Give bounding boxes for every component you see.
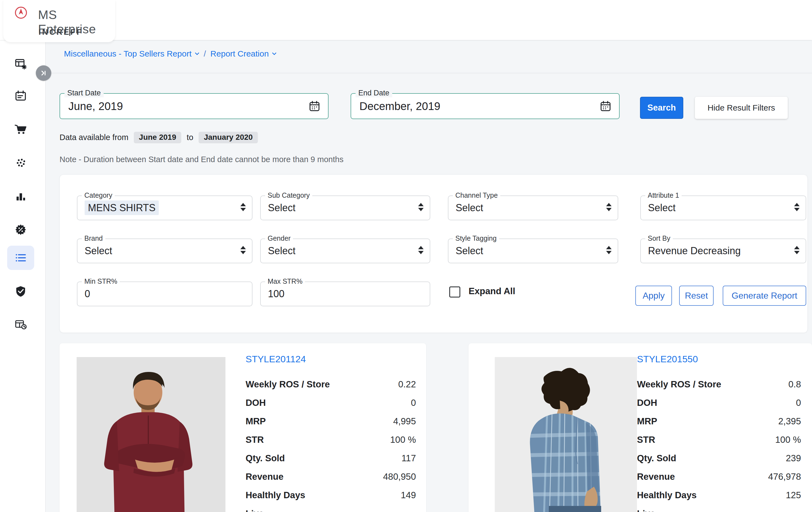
metric-row: STR100 % [245,430,416,449]
metric-row: DOH0 [637,393,801,412]
expand-all-label: Expand All [469,286,515,296]
availability-to-chip: January 2020 [199,132,257,143]
discount-badge-icon [14,223,27,236]
style-id-link[interactable]: STYLE201550 [637,354,698,365]
gender-value: Select [268,239,295,263]
apply-button[interactable]: Apply [635,286,672,306]
metric-row: Weekly ROS / Store0.22 [245,375,416,393]
metric-row: Weekly ROS / Store0.8 [637,375,801,393]
metric-row: MRP2,395 [637,412,801,430]
category-value: MENS SHIRTS [85,200,159,215]
category-select[interactable]: Category MENS SHIRTS [77,196,253,220]
product-image-blue-plaid-shirt [495,357,637,512]
min-str-value: 0 [85,282,90,306]
filter-panel: Category MENS SHIRTS Sub Category Select… [60,174,808,333]
availability-connector: to [186,133,193,142]
metric-row: Revenue480,950 [245,467,416,486]
metric-row: Live [245,504,416,512]
table-gear-icon [14,57,27,70]
chevron-down-icon [195,52,199,55]
sidebar-item-cart[interactable] [7,118,34,142]
breadcrumb-divider [46,73,812,73]
increff-logo-icon [14,6,28,19]
spinner-arrows-icon [794,246,800,254]
end-date-field[interactable]: End Date December, 2019 [351,93,619,119]
brand-wordmark: INCREFF [38,28,83,37]
max-str-value: 100 [268,282,285,306]
breadcrumb-page-label: Report Creation [210,49,269,58]
generate-report-button[interactable]: Generate Report [723,286,806,306]
style-id-link[interactable]: STYLE201124 [245,354,306,365]
sidebar-item-scheduled[interactable] [7,312,34,337]
search-button[interactable]: Search [640,97,683,119]
attribute-1-select[interactable]: Attribute 1 Select [640,196,806,220]
metric-row: Healthly Days125 [637,486,801,504]
sidebar-item-table-settings[interactable] [7,52,34,76]
spinner-arrows-icon [418,203,424,211]
style-card: STYLE201550 Weekly ROS / Store0.8 DOH0 M… [469,343,812,512]
max-str-input[interactable]: Max STR% 100 [260,282,430,306]
spinner-arrows-icon [606,246,612,254]
metric-row: STR100 % [637,430,801,449]
sidebar [0,40,46,512]
spinner-arrows-icon [240,203,246,211]
metric-row: DOH0 [245,393,416,412]
app-header [0,0,812,40]
sidebar-item-clusters[interactable] [7,151,34,175]
breadcrumb: Miscellaneous - Top Sellers Report / Rep… [64,49,277,58]
channel-type-select[interactable]: Channel Type Select [448,196,618,220]
calendar-icon [14,90,27,103]
sub-category-select[interactable]: Sub Category Select [260,196,430,220]
hide-result-filters-button[interactable]: Hide Result Filters [695,97,788,119]
start-date-value: June, 2019 [68,94,123,119]
table-clock-icon [14,318,27,331]
calendar-picker-icon[interactable] [308,100,321,113]
top-sellers-report-page: MS Enterprise INCREFF [0,0,812,512]
breadcrumb-report-dropdown[interactable]: Miscellaneous - Top Sellers Report [64,49,199,58]
breadcrumb-separator: / [204,49,206,58]
spinner-arrows-icon [606,203,612,211]
metric-row: Revenue476,978 [637,467,801,486]
sidebar-item-analytics[interactable] [7,184,34,209]
calendar-picker-icon[interactable] [599,100,612,113]
metric-row: Live [637,504,801,512]
cart-icon [14,123,27,137]
sidebar-item-quality[interactable] [7,279,34,304]
channel-type-value: Select [456,196,483,220]
sub-category-value: Select [268,196,295,220]
availability-prefix: Data available from [60,133,128,142]
breadcrumb-section-label: Miscellaneous - Top Sellers Report [64,49,192,58]
shield-check-icon [14,285,27,298]
reset-button[interactable]: Reset [679,286,714,306]
bar-chart-icon [14,190,27,203]
duration-note: Note - Duration between Start date and E… [60,155,343,164]
expand-all-checkbox[interactable] [449,286,460,297]
sidebar-collapse-button[interactable] [36,65,51,81]
end-date-value: December, 2019 [359,94,440,119]
style-card: STYLE201124 Weekly ROS / Store0.22 DOH0 … [60,343,426,512]
start-date-field[interactable]: Start Date June, 2019 [60,93,328,119]
sidebar-item-reports-list[interactable] [7,246,34,270]
brand-select[interactable]: Brand Select [77,238,253,263]
spinner-arrows-icon [418,246,424,254]
gender-select[interactable]: Gender Select [260,238,430,263]
list-icon [14,251,27,264]
data-availability: Data available from June 2019 to January… [60,132,258,143]
metric-row: Healthly Days149 [245,486,416,504]
metric-row: Qty. Sold239 [637,449,801,467]
style-stats: STYLE201124 Weekly ROS / Store0.22 DOH0 … [245,354,416,512]
logo-tab: MS Enterprise INCREFF [3,0,115,42]
spinner-arrows-icon [240,246,246,254]
min-str-input[interactable]: Min STR% 0 [77,282,253,306]
dots-cluster-icon [14,156,27,170]
sort-by-select[interactable]: Sort By Revenue Decreasing [640,238,806,263]
style-tagging-value: Select [456,239,483,263]
spinner-arrows-icon [794,203,800,211]
style-tagging-select[interactable]: Style Tagging Select [448,238,618,263]
sidebar-item-discounts[interactable] [7,218,34,242]
expand-sidebar-icon [40,70,47,76]
style-stats: STYLE201550 Weekly ROS / Store0.8 DOH0 M… [637,354,801,512]
breadcrumb-page-dropdown[interactable]: Report Creation [210,49,277,58]
sidebar-item-calendar[interactable] [7,84,34,108]
chevron-down-icon [272,52,277,55]
